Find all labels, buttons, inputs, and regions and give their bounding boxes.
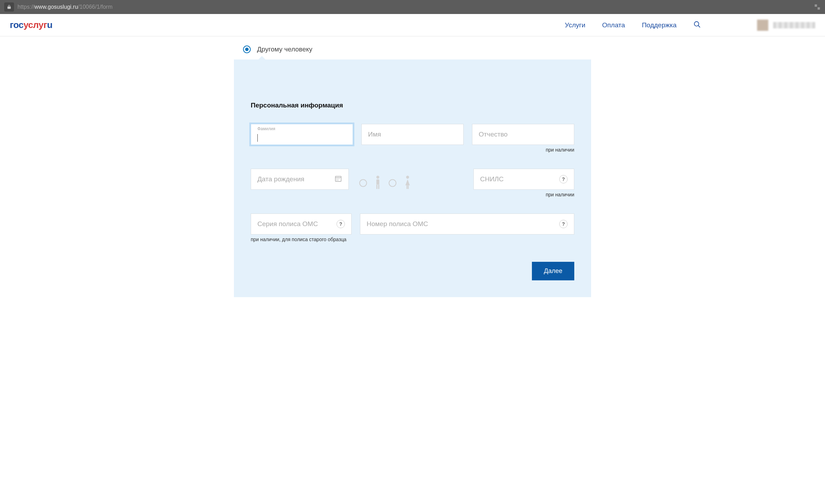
svg-rect-7 bbox=[337, 180, 337, 181]
snils-help-icon[interactable]: ? bbox=[559, 175, 568, 183]
oms-series-hint: при наличии, для полиса старого образца bbox=[251, 237, 352, 242]
nav-services[interactable]: Услуги bbox=[565, 21, 585, 29]
gender-female-radio[interactable] bbox=[389, 179, 396, 187]
page-content: Другому человеку Персональная информация… bbox=[234, 36, 591, 297]
browser-url-bar: https://www.gosuslugi.ru/10066/1/form bbox=[0, 0, 825, 14]
nav-payment[interactable]: Оплата bbox=[602, 21, 625, 29]
svg-rect-12 bbox=[378, 184, 379, 189]
surname-label: Фамилия bbox=[257, 126, 275, 131]
svg-rect-6 bbox=[339, 178, 340, 179]
name-row: Фамилия при наличии bbox=[251, 124, 574, 153]
snils-input[interactable] bbox=[480, 175, 556, 183]
translate-icon[interactable] bbox=[814, 4, 821, 10]
oms-series-input-box[interactable]: ? bbox=[251, 214, 352, 234]
recipient-radio-row: Другому человеку bbox=[234, 43, 591, 59]
dob-input-box[interactable] bbox=[251, 169, 349, 190]
section-title: Персональная информация bbox=[251, 102, 574, 109]
site-header: госуслугu Услуги Оплата Поддержка bbox=[0, 14, 825, 36]
dob-gender-snils-row: ? при наличии bbox=[251, 169, 574, 197]
firstname-input[interactable] bbox=[368, 131, 457, 138]
url-text[interactable]: https://www.gosuslugi.ru/10066/1/form bbox=[18, 4, 814, 10]
oms-number-input-box[interactable]: ? bbox=[360, 214, 574, 234]
lock-icon bbox=[4, 2, 14, 12]
female-icon bbox=[403, 175, 412, 191]
oms-series-help-icon[interactable]: ? bbox=[337, 220, 345, 228]
dob-input[interactable] bbox=[257, 175, 334, 183]
nav-support[interactable]: Поддержка bbox=[642, 21, 677, 29]
user-block[interactable] bbox=[757, 20, 815, 31]
site-logo[interactable]: госуслугu bbox=[10, 20, 53, 30]
svg-rect-10 bbox=[376, 180, 379, 185]
surname-input-box[interactable]: Фамилия bbox=[251, 124, 353, 145]
radio-other-person[interactable] bbox=[243, 46, 251, 53]
patronymic-hint: при наличии bbox=[472, 147, 574, 153]
oms-number-help-icon[interactable]: ? bbox=[559, 220, 568, 228]
gender-selector bbox=[357, 169, 455, 197]
svg-rect-5 bbox=[338, 178, 338, 179]
firstname-input-box[interactable] bbox=[361, 124, 464, 145]
svg-rect-8 bbox=[338, 180, 338, 181]
snils-hint: при наличии bbox=[473, 192, 574, 197]
user-name-blurred bbox=[773, 22, 815, 28]
submit-row: Далее bbox=[251, 262, 574, 280]
patronymic-input[interactable] bbox=[479, 131, 568, 138]
surname-input[interactable] bbox=[257, 133, 346, 140]
search-icon[interactable] bbox=[693, 21, 701, 30]
svg-rect-14 bbox=[407, 185, 408, 189]
svg-rect-4 bbox=[337, 178, 337, 179]
patronymic-input-box[interactable] bbox=[472, 124, 574, 145]
gender-male-radio[interactable] bbox=[359, 179, 367, 187]
calendar-icon[interactable] bbox=[334, 175, 342, 184]
oms-series-input[interactable] bbox=[257, 220, 333, 228]
radio-other-person-label: Другому человеку bbox=[257, 46, 312, 53]
form-panel: Персональная информация Фамилия при на bbox=[234, 59, 591, 297]
oms-number-input[interactable] bbox=[367, 220, 556, 228]
svg-point-13 bbox=[406, 176, 409, 178]
oms-row: ? при наличии, для полиса старого образц… bbox=[251, 214, 574, 242]
next-button[interactable]: Далее bbox=[532, 262, 574, 280]
svg-rect-11 bbox=[376, 184, 377, 189]
svg-point-0 bbox=[694, 21, 699, 26]
svg-rect-15 bbox=[408, 185, 409, 189]
avatar bbox=[757, 20, 768, 31]
text-caret bbox=[257, 134, 258, 142]
svg-line-1 bbox=[698, 25, 700, 27]
male-icon bbox=[373, 175, 382, 191]
svg-point-9 bbox=[376, 176, 379, 178]
snils-input-box[interactable]: ? bbox=[473, 169, 574, 190]
main-nav: Услуги Оплата Поддержка bbox=[565, 21, 701, 30]
